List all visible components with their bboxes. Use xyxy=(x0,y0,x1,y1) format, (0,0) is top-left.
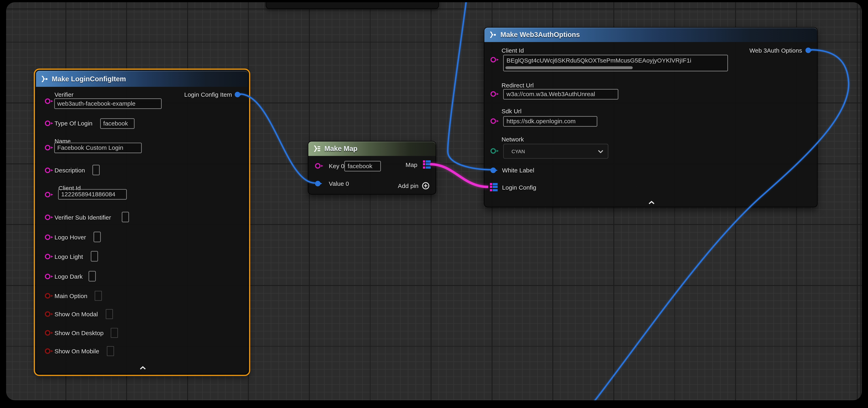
field-label: Logo Hover xyxy=(55,234,86,241)
client-id-text: BEglQSgt4cUWcj6SKRdu5QkOXTsePmMcusG5EAoy… xyxy=(506,57,691,64)
node-header[interactable]: Make Map xyxy=(308,141,436,156)
node-title: Make LoginConfigItem xyxy=(52,75,126,82)
make-map-icon xyxy=(313,145,321,152)
network-pin[interactable] xyxy=(491,148,496,154)
client-id-scrollbar[interactable] xyxy=(505,66,632,69)
client-id-pin[interactable] xyxy=(45,192,50,197)
collapse-node-icon[interactable] xyxy=(648,197,655,207)
field-label: Show On Mobile xyxy=(55,348,99,354)
graph-canvas[interactable]: Make LoginConfigItem Login Config Item V… xyxy=(6,2,862,400)
client-id-pin[interactable] xyxy=(491,57,496,62)
logo-hover-input[interactable] xyxy=(93,232,100,242)
output-pin-label: Web 3Auth Options xyxy=(749,47,802,54)
logo-dark-input[interactable] xyxy=(88,271,96,281)
node-title: Make Map xyxy=(324,145,358,152)
field-label: Logo Light xyxy=(55,253,83,260)
field-label: Type Of Login xyxy=(55,120,92,127)
show-on-mobile-checkbox[interactable] xyxy=(106,346,114,356)
logo-light-input[interactable] xyxy=(91,251,98,262)
client-id-input[interactable]: BEglQSgt4cUWcj6SKRdu5QkOXTsePmMcusG5EAoy… xyxy=(503,55,728,71)
login-config-pin[interactable] xyxy=(490,183,498,192)
value-0-label: Value 0 xyxy=(329,180,349,187)
verifier-sub-identifier-input[interactable] xyxy=(122,212,129,222)
field-label: Main Option xyxy=(55,293,87,299)
add-pin-label: Add pin xyxy=(398,182,418,189)
field-label: Logo Dark xyxy=(55,273,83,280)
field-label: Verifier Sub Identifier xyxy=(55,214,111,220)
show-on-mobile-pin[interactable] xyxy=(45,348,50,354)
blueprint-editor: Make LoginConfigItem Login Config Item V… xyxy=(0,0,868,408)
wire-loginconfigitem-to-value0[interactable] xyxy=(240,94,315,183)
description-input[interactable] xyxy=(92,165,99,175)
field-label: Show On Modal xyxy=(55,311,98,317)
show-on-desktop-checkbox[interactable] xyxy=(111,328,118,338)
output-pin-label: Login Config Item xyxy=(184,91,232,98)
wire-map-to-loginconfig[interactable] xyxy=(430,164,488,187)
node-make-loginconfigitem[interactable]: Make LoginConfigItem Login Config Item V… xyxy=(35,70,248,374)
collapse-node-icon[interactable] xyxy=(139,362,146,372)
sdk-url-pin[interactable] xyxy=(491,118,496,124)
add-pin-plus-icon xyxy=(422,182,430,190)
add-pin-button[interactable]: Add pin xyxy=(398,182,430,190)
network-selected-value: CYAN xyxy=(512,149,525,154)
main-option-checkbox[interactable] xyxy=(94,291,102,301)
clipped-node[interactable] xyxy=(266,2,439,9)
field-label: Description xyxy=(55,167,85,174)
field-label: White Label xyxy=(502,167,534,174)
sdk-url-input[interactable]: https://sdk.openlogin.com xyxy=(503,116,597,127)
node-title: Make Web3AuthOptions xyxy=(500,31,580,39)
chevron-down-icon xyxy=(598,149,603,153)
redirect-url-input[interactable]: w3a://com.w3a.Web3AuthUnreal xyxy=(503,89,618,100)
field-label: Show On Desktop xyxy=(55,330,103,336)
logo-hover-pin[interactable] xyxy=(45,234,50,240)
key-0-input[interactable]: facebook xyxy=(344,161,381,171)
map-output-label: Map xyxy=(406,162,417,168)
redirect-url-pin[interactable] xyxy=(491,91,496,97)
type-of-login-input[interactable]: facebook xyxy=(100,118,134,129)
show-on-modal-pin[interactable] xyxy=(45,311,50,317)
main-option-pin[interactable] xyxy=(45,293,50,299)
name-pin[interactable] xyxy=(45,145,50,150)
map-output-pin[interactable] xyxy=(423,160,431,169)
login-config-item-output-pin[interactable] xyxy=(235,92,240,97)
name-input[interactable]: Facebook Custom Login xyxy=(54,143,142,153)
node-header[interactable]: Make Web3AuthOptions xyxy=(485,28,817,42)
verifier-sub-identifier-pin[interactable] xyxy=(45,214,50,220)
verifier-pin[interactable] xyxy=(45,98,50,104)
field-label: Verifier xyxy=(55,91,73,98)
type-of-login-pin[interactable] xyxy=(45,121,50,126)
key-0-label: Key 0 xyxy=(329,163,344,169)
value-0-pin[interactable] xyxy=(315,181,320,186)
client-id-input[interactable]: 1222658941886084 xyxy=(58,189,127,200)
verifier-input[interactable]: web3auth-facebook-example xyxy=(54,98,161,109)
show-on-desktop-pin[interactable] xyxy=(45,330,50,336)
show-on-modal-checkbox[interactable] xyxy=(105,309,113,319)
logo-light-pin[interactable] xyxy=(45,254,50,259)
field-label: Login Config xyxy=(502,184,536,191)
logo-dark-pin[interactable] xyxy=(45,274,50,279)
node-header[interactable]: Make LoginConfigItem xyxy=(36,71,248,87)
make-struct-icon xyxy=(489,32,497,38)
field-label: Network xyxy=(501,136,524,143)
make-struct-icon xyxy=(40,75,49,82)
field-label: Sdk Url xyxy=(501,108,522,114)
node-make-web3authoptions[interactable]: Make Web3AuthOptions Web 3Auth Options C… xyxy=(484,27,817,207)
node-make-map[interactable]: Make Map Key 0 facebook Map Value 0 Add … xyxy=(308,141,436,195)
description-pin[interactable] xyxy=(45,168,50,173)
key-0-pin[interactable] xyxy=(315,163,320,169)
field-label: Redirect Url xyxy=(501,82,534,89)
network-dropdown[interactable]: CYAN xyxy=(503,144,608,159)
field-label: Client Id xyxy=(501,47,524,54)
